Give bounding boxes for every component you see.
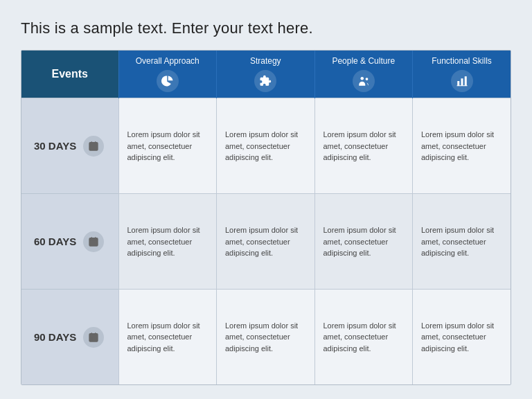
svg-point-1 xyxy=(365,78,368,81)
data-cell-60-0: Lorem ipsum dolor sit amet, consectetuer… xyxy=(118,194,217,290)
cell-text: Lorem ipsum dolor sit amet, consectetuer… xyxy=(127,224,209,259)
cell-text: Lorem ipsum dolor sit amet, consectetuer… xyxy=(421,129,502,163)
cell-text: Lorem ipsum dolor sit amet, consectetuer… xyxy=(323,224,405,259)
col-label-people-culture: People & Culture xyxy=(319,56,409,66)
header-col-functional-skills: Functional Skills xyxy=(413,51,511,98)
cell-text: Lorem ipsum dolor sit amet, consectetuer… xyxy=(127,129,209,163)
cell-text: Lorem ipsum dolor sit amet, consectetuer… xyxy=(225,224,306,259)
data-cell-90-2: Lorem ipsum dolor sit amet, consectetuer… xyxy=(314,290,413,384)
table-row: 60 DAYS xyxy=(21,194,511,290)
header-events-cell: Events xyxy=(21,51,118,98)
data-cell-90-0: Lorem ipsum dolor sit amet, consectetuer… xyxy=(118,290,217,384)
row-label-60-days: 60 DAYS xyxy=(21,194,118,290)
header-col-people-culture: People & Culture xyxy=(314,51,413,98)
svg-rect-21 xyxy=(93,337,94,339)
page-title: This is a sample text. Enter your text h… xyxy=(21,19,511,37)
table-body: 30 DAYS Lorem xyxy=(21,98,511,384)
row-label-inner: 30 DAYS xyxy=(34,136,112,157)
data-cell-90-3: Lorem ipsum dolor sit amet, consectetuer… xyxy=(413,290,511,384)
data-cell-60-3: Lorem ipsum dolor sit amet, consectetuer… xyxy=(413,194,511,290)
header-col-overall-approach: Overall Approach xyxy=(118,51,217,98)
data-cell-90-1: Lorem ipsum dolor sit amet, consectetuer… xyxy=(217,290,315,384)
cell-text: Lorem ipsum dolor sit amet, consectetuer… xyxy=(421,320,502,355)
svg-rect-6 xyxy=(89,143,98,150)
calendar3-icon xyxy=(83,327,104,348)
svg-rect-23 xyxy=(93,339,94,340)
svg-point-0 xyxy=(360,77,364,80)
events-label: Events xyxy=(52,68,88,80)
main-table: Events Overall Approach Strategy xyxy=(21,51,511,384)
calendar2-icon xyxy=(83,231,104,252)
data-cell-30-2: Lorem ipsum dolor sit amet, consectetuer… xyxy=(314,98,413,194)
row-30-days-text: 30 DAYS xyxy=(34,140,76,152)
row-90-days-text: 90 DAYS xyxy=(34,331,76,343)
pie-chart-icon xyxy=(157,70,179,92)
cell-text: Lorem ipsum dolor sit amet, consectetuer… xyxy=(127,320,209,355)
main-table-wrapper: Events Overall Approach Strategy xyxy=(21,50,511,385)
people-icon xyxy=(353,70,375,92)
puzzle-icon xyxy=(254,70,276,92)
col-label-overall-approach: Overall Approach xyxy=(123,56,213,66)
header-col-strategy: Strategy xyxy=(217,51,315,98)
table-row: 30 DAYS Lorem xyxy=(21,98,511,194)
svg-rect-20 xyxy=(91,337,93,339)
row-label-90-days: 90 DAYS xyxy=(21,290,118,384)
svg-rect-22 xyxy=(91,339,93,340)
col-label-functional-skills: Functional Skills xyxy=(417,56,506,66)
cell-text: Lorem ipsum dolor sit amet, consectetuer… xyxy=(323,320,405,355)
cell-text: Lorem ipsum dolor sit amet, consectetuer… xyxy=(421,224,502,259)
page-container: This is a sample text. Enter your text h… xyxy=(0,0,532,399)
data-cell-30-3: Lorem ipsum dolor sit amet, consectetuer… xyxy=(413,98,511,194)
row-label-30-days: 30 DAYS xyxy=(21,98,118,194)
data-cell-30-0: Lorem ipsum dolor sit amet, consectetuer… xyxy=(118,98,217,194)
data-cell-60-2: Lorem ipsum dolor sit amet, consectetuer… xyxy=(314,194,413,290)
svg-rect-3 xyxy=(461,79,463,87)
chart-bar-icon xyxy=(451,70,473,92)
col-label-strategy: Strategy xyxy=(221,56,310,66)
cell-text: Lorem ipsum dolor sit amet, consectetuer… xyxy=(225,320,306,355)
svg-rect-4 xyxy=(464,77,466,87)
cell-text: Lorem ipsum dolor sit amet, consectetuer… xyxy=(225,129,306,163)
calendar-icon xyxy=(83,136,104,157)
svg-rect-2 xyxy=(457,81,459,86)
row-label-inner: 60 DAYS xyxy=(34,231,112,252)
data-cell-30-1: Lorem ipsum dolor sit amet, consectetuer… xyxy=(217,98,315,194)
data-cell-60-1: Lorem ipsum dolor sit amet, consectetuer… xyxy=(217,194,315,290)
header-row: Events Overall Approach Strategy xyxy=(21,51,511,98)
table-row: 90 DAYS xyxy=(21,290,511,384)
cell-text: Lorem ipsum dolor sit amet, consectetuer… xyxy=(323,129,405,163)
row-60-days-text: 60 DAYS xyxy=(34,236,76,247)
row-label-inner: 90 DAYS xyxy=(34,327,112,348)
